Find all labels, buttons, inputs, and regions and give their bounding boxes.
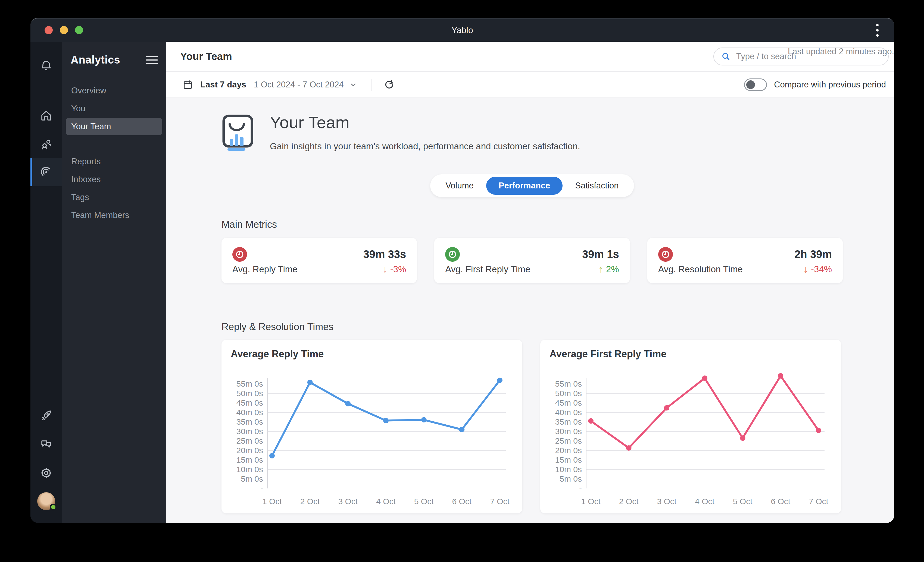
rocket-icon[interactable] [30,402,62,430]
conversations-icon[interactable] [30,430,62,459]
sidebar-item-overview[interactable]: Overview [66,82,162,99]
metric-cards-row: 39m 33s Avg. Reply Time ↓ -3% [222,238,843,283]
sidebar-item-you[interactable]: You [66,100,162,117]
metric-delta: ↓ -34% [803,264,832,275]
sidebar-item-your-team[interactable]: Your Team [66,118,162,135]
metric-delta: ↓ -3% [382,264,406,275]
team-report-icon [222,114,254,151]
kebab-menu-icon[interactable] [871,22,883,38]
arrow-down-icon: ↓ [382,264,387,275]
svg-text:7 Oct: 7 Oct [809,497,828,506]
svg-text:5 Oct: 5 Oct [414,497,434,506]
metric-card-avg-reply-time: 39m 33s Avg. Reply Time ↓ -3% [222,238,417,283]
svg-text:15m 0s: 15m 0s [236,455,263,464]
svg-text:40m 0s: 40m 0s [236,408,263,417]
svg-text:-: - [260,484,263,493]
average-reply-time-chart: -5m 0s10m 0s15m 0s20m 0s25m 0s30m 0s35m … [231,361,513,513]
reply-resolution-heading: Reply & Resolution Times [222,321,843,333]
online-status-dot [50,504,57,511]
svg-text:5m 0s: 5m 0s [241,474,263,483]
metric-card-avg-resolution-time: 2h 39m Avg. Resolution Time ↓ -34% [647,238,843,283]
toggle-knob [746,80,755,89]
svg-text:4 Oct: 4 Oct [695,497,714,506]
svg-text:10m 0s: 10m 0s [555,465,582,474]
sidebar-item-tags[interactable]: Tags [66,189,162,206]
analytics-sidebar: Analytics Overview You Your Team Reports… [62,42,166,523]
compare-toggle[interactable] [744,78,767,91]
report-hero: Your Team Gain insights in your team's w… [222,112,843,151]
svg-text:3 Oct: 3 Oct [338,497,358,506]
settings-gear-icon[interactable] [30,459,62,487]
sidebar-title: Analytics [70,54,120,66]
toolbar-divider [371,79,372,91]
page-title: Your Team [180,51,232,63]
metric-card-avg-first-reply-time: 39m 1s Avg. First Reply Time ↑ 2% [434,238,630,283]
svg-text:35m 0s: 35m 0s [555,417,582,426]
home-icon[interactable] [30,102,62,130]
svg-text:40m 0s: 40m 0s [555,408,582,417]
svg-text:3 Oct: 3 Oct [657,497,676,506]
delta-value: 2% [606,264,619,275]
search-icon [721,52,731,61]
title-bar: Yablo [30,18,894,42]
svg-text:10m 0s: 10m 0s [236,465,263,474]
dashboard-scroll-area[interactable]: Your Team Gain insights in your team's w… [166,98,894,523]
notifications-bell-icon[interactable] [30,52,62,80]
tab-volume[interactable]: Volume [433,177,486,195]
compare-toggle-label: Compare with previous period [774,80,886,90]
filter-toolbar: Last 7 days 1 Oct 2024 - 7 Oct 2024 Comp… [166,72,894,98]
app-window: Yablo [30,18,894,523]
svg-text:20m 0s: 20m 0s [555,446,582,455]
report-tabs: Volume Performance Satisfaction [430,174,634,197]
tab-satisfaction[interactable]: Satisfaction [562,177,631,195]
svg-text:30m 0s: 30m 0s [555,427,582,436]
desktop-background: Yablo [0,0,924,562]
date-range-value[interactable]: 1 Oct 2024 - 7 Oct 2024 [254,80,344,90]
tab-performance[interactable]: Performance [486,177,563,195]
chevron-down-icon[interactable] [349,80,358,89]
average-first-reply-time-chart: -5m 0s10m 0s15m 0s20m 0s25m 0s30m 0s35m … [549,361,832,513]
icon-rail [30,42,62,523]
clock-icon-red [232,247,247,262]
calendar-icon [182,79,193,90]
charts-row: Average Reply Time -5m 0s10m 0s15m 0s20m… [222,340,843,513]
window-title: Yablo [30,25,894,35]
svg-text:-: - [579,484,582,493]
svg-text:4 Oct: 4 Oct [376,497,396,506]
svg-text:30m 0s: 30m 0s [236,427,263,436]
svg-text:7 Oct: 7 Oct [490,497,510,506]
refresh-icon[interactable] [384,79,395,90]
collapse-sidebar-icon[interactable] [146,55,158,64]
average-first-reply-time-card: Average First Reply Time -5m 0s10m 0s15m… [540,340,841,513]
svg-text:6 Oct: 6 Oct [771,497,790,506]
main-metrics-heading: Main Metrics [222,219,843,230]
clock-icon-green [445,247,460,262]
sidebar-item-team-members[interactable]: Team Members [66,206,162,224]
delta-value: -34% [811,264,832,275]
sidebar-item-reports[interactable]: Reports [66,153,162,170]
svg-text:6 Oct: 6 Oct [452,497,471,506]
delta-value: -3% [390,264,406,275]
metric-value: 2h 39m [794,248,832,260]
svg-text:5 Oct: 5 Oct [733,497,753,506]
svg-text:35m 0s: 35m 0s [236,417,263,426]
svg-text:45m 0s: 45m 0s [555,398,582,407]
page-header: Your Team [166,42,894,72]
svg-text:25m 0s: 25m 0s [555,436,582,445]
svg-text:1 Oct: 1 Oct [581,497,601,506]
metric-value: 39m 33s [363,248,406,260]
svg-text:15m 0s: 15m 0s [555,455,582,464]
metric-label: Avg. Reply Time [232,264,298,275]
contacts-icon[interactable] [30,130,62,158]
metric-label: Avg. First Reply Time [445,264,530,275]
date-range-preset[interactable]: Last 7 days [200,80,246,90]
sidebar-item-inboxes[interactable]: Inboxes [66,171,162,188]
analytics-target-icon[interactable] [30,158,62,186]
svg-text:1 Oct: 1 Oct [262,497,282,506]
user-avatar[interactable] [30,487,62,515]
metric-value: 39m 1s [582,248,619,260]
report-description: Gain insights in your team's workload, p… [270,141,580,151]
svg-text:25m 0s: 25m 0s [236,436,263,445]
svg-text:2 Oct: 2 Oct [619,497,639,506]
svg-text:50m 0s: 50m 0s [555,389,582,398]
